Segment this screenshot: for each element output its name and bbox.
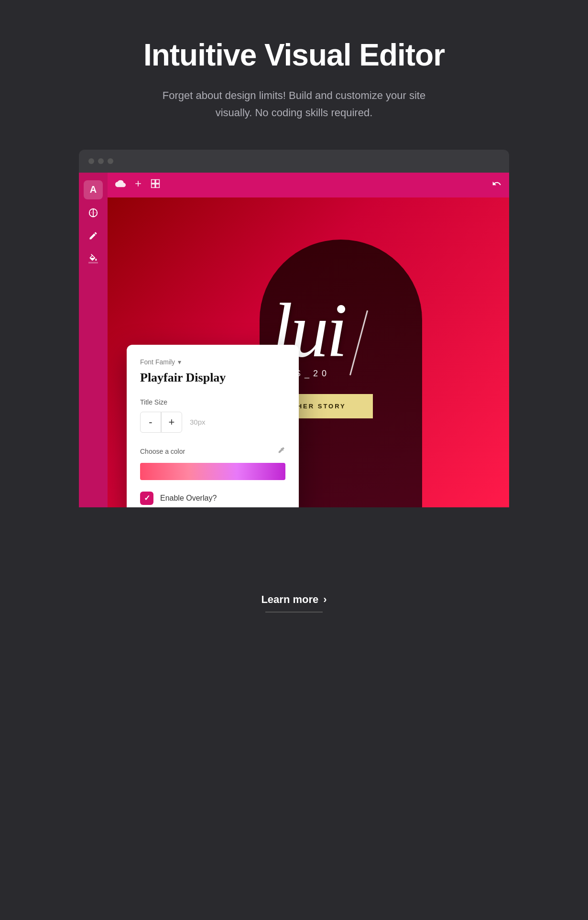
browser-dot-2 — [98, 158, 104, 164]
hero-section: Intuitive Visual Editor Forget about des… — [0, 0, 588, 574]
undo-icon[interactable] — [492, 179, 501, 191]
hero-subtitle: Forget about design limits! Build and cu… — [151, 87, 437, 120]
overlay-row: ✓ Enable Overlay? — [140, 492, 285, 505]
overlay-checkbox[interactable]: ✓ — [140, 492, 153, 505]
learn-more-text: Learn more — [261, 593, 318, 606]
floating-panel: Font Family Playfair Display Title Size … — [127, 345, 299, 507]
plus-icon[interactable] — [133, 179, 143, 191]
browser-content: A — [79, 173, 509, 507]
browser-dot-3 — [108, 158, 113, 164]
editor-toolbar — [108, 173, 509, 197]
font-family-name: Playfair Display — [140, 371, 285, 385]
size-increase-button[interactable]: + — [161, 412, 182, 433]
editor-main: LORA lui LS_20 — [108, 173, 509, 507]
sidebar-theme-icon[interactable] — [84, 203, 103, 222]
svg-rect-2 — [156, 180, 160, 184]
learn-more-section: Learn more › — [261, 574, 327, 641]
editor-sidebar: A — [79, 173, 108, 507]
learn-more-underline — [265, 612, 323, 613]
sidebar-fill-icon[interactable] — [84, 249, 103, 268]
font-family-label: Font Family — [140, 358, 285, 366]
color-label-text: Choose a color — [140, 448, 185, 455]
svg-rect-1 — [152, 180, 155, 184]
learn-more-arrow-icon: › — [323, 593, 327, 606]
color-label-row: Choose a color — [140, 446, 285, 457]
size-decrease-button[interactable]: - — [140, 412, 161, 433]
hero-title: Intuitive Visual Editor — [143, 38, 445, 72]
layout-icon[interactable] — [151, 179, 160, 191]
cloud-icon[interactable] — [115, 178, 126, 191]
overlay-label: Enable Overlay? — [160, 494, 217, 503]
svg-rect-3 — [152, 184, 155, 188]
learn-more-link[interactable]: Learn more › — [261, 593, 327, 606]
checkbox-check-icon: ✓ — [144, 493, 150, 503]
size-value: 30px — [190, 418, 206, 426]
browser-dot-1 — [88, 158, 94, 164]
sidebar-text-icon[interactable]: A — [84, 180, 103, 199]
sidebar-brush-icon[interactable] — [84, 226, 103, 245]
browser-bar — [79, 150, 509, 173]
color-gradient-bar[interactable] — [140, 463, 285, 480]
svg-rect-4 — [156, 184, 160, 188]
size-control: - + 30px — [140, 412, 285, 433]
title-size-label: Title Size — [140, 398, 285, 406]
browser-mockup: A — [79, 150, 509, 507]
decorative-slash — [349, 310, 368, 375]
eyedropper-icon[interactable] — [277, 446, 285, 457]
